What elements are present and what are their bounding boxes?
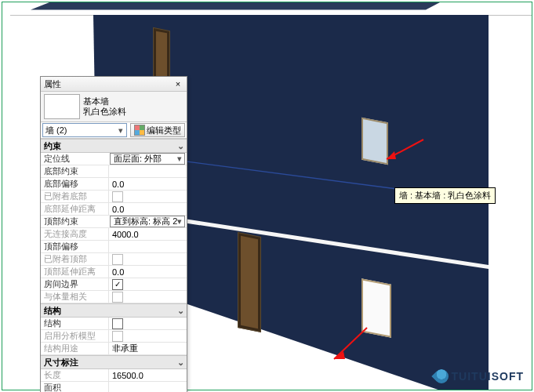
property-row[interactable]: 已附着顶部 bbox=[41, 253, 187, 266]
property-value[interactable]: 16500.0 bbox=[108, 369, 187, 381]
section-title: 结构 bbox=[44, 305, 61, 317]
door-lower[interactable] bbox=[238, 232, 261, 332]
chevron-down-icon: ▾ bbox=[177, 216, 184, 227]
property-label: 已附着底部 bbox=[41, 191, 108, 202]
property-value[interactable]: 面层面: 外部▾ bbox=[110, 153, 185, 165]
section-header-structural[interactable]: 结构⌄ bbox=[41, 303, 187, 318]
chevron-down-icon: ▾ bbox=[177, 154, 184, 164]
section-header-dimensions[interactable]: 尺寸标注⌄ bbox=[41, 355, 187, 369]
edit-type-icon bbox=[134, 125, 145, 136]
property-row[interactable]: 长度16500.0 bbox=[41, 369, 187, 382]
properties-palette[interactable]: 属性 × 基本墙 乳白色涂料 墙 (2) ▾ 编辑类型 bbox=[40, 76, 187, 392]
svg-marker-3 bbox=[334, 351, 345, 359]
property-value[interactable]: 0.0 bbox=[108, 266, 187, 278]
annotation-arrow-lower bbox=[320, 316, 383, 379]
section-title: 尺寸标注 bbox=[44, 357, 78, 368]
property-label: 结构用途 bbox=[41, 343, 108, 354]
property-value[interactable]: 非承重 bbox=[108, 343, 187, 354]
property-row[interactable]: 已附着底部 bbox=[41, 191, 187, 203]
checkbox bbox=[112, 191, 123, 202]
svg-line-2 bbox=[334, 328, 367, 359]
section-header-constraints[interactable]: 约束⌄ bbox=[41, 139, 187, 153]
checkbox bbox=[112, 254, 123, 265]
chevron-icon: ⌄ bbox=[174, 141, 187, 151]
chevron-icon: ⌄ bbox=[174, 358, 187, 368]
checkbox bbox=[112, 292, 123, 303]
property-label: 顶部偏移 bbox=[41, 241, 108, 252]
property-row[interactable]: 顶部延伸距离0.0 bbox=[41, 266, 187, 278]
property-label: 底部约束 bbox=[41, 165, 108, 177]
property-label: 顶部约束 bbox=[41, 216, 108, 227]
property-label: 与体量相关 bbox=[41, 291, 108, 303]
property-value[interactable]: 4000.0 bbox=[108, 228, 187, 240]
property-value[interactable] bbox=[108, 330, 187, 342]
property-value[interactable]: 直到标高: 标高 2▾ bbox=[110, 216, 185, 227]
section-body-structural: 结构启用分析模型结构用途非承重 bbox=[41, 318, 187, 355]
property-row[interactable]: 无连接高度4000.0 bbox=[41, 228, 187, 241]
palette-title: 属性 bbox=[44, 78, 61, 90]
property-value[interactable] bbox=[108, 291, 187, 303]
checkbox bbox=[112, 331, 123, 342]
property-value[interactable]: 0.0 bbox=[108, 203, 187, 215]
property-value[interactable] bbox=[108, 318, 187, 329]
instance-filter-select[interactable]: 墙 (2) ▾ bbox=[42, 123, 127, 137]
property-row[interactable]: 面积 bbox=[41, 382, 187, 392]
property-row[interactable]: 底部约束 bbox=[41, 165, 187, 178]
property-row[interactable]: 底部偏移0.0 bbox=[41, 178, 187, 191]
close-icon[interactable]: × bbox=[173, 79, 183, 89]
property-value[interactable]: 0.0 bbox=[108, 178, 187, 190]
type-preview-swatch bbox=[44, 94, 80, 119]
property-label: 无连接高度 bbox=[41, 228, 108, 240]
watermark-icon bbox=[431, 366, 451, 386]
property-label: 底部延伸距离 bbox=[41, 203, 108, 215]
annotation-arrow-upper bbox=[372, 120, 435, 183]
property-label: 底部偏移 bbox=[41, 178, 108, 190]
palette-titlebar[interactable]: 属性 × bbox=[41, 77, 187, 92]
property-row[interactable]: 结构用途非承重 bbox=[41, 343, 187, 355]
property-label: 结构 bbox=[41, 318, 108, 329]
section-title: 约束 bbox=[44, 140, 61, 152]
chevron-down-icon: ▾ bbox=[115, 125, 126, 136]
property-label: 长度 bbox=[41, 369, 108, 381]
property-row[interactable]: 与体量相关 bbox=[41, 291, 187, 303]
svg-marker-1 bbox=[387, 151, 396, 159]
checkbox[interactable] bbox=[112, 318, 123, 329]
type-type-name: 乳白色涂料 bbox=[83, 107, 126, 117]
property-label: 顶部延伸距离 bbox=[41, 266, 108, 278]
section-body-dimensions: 长度16500.0面积体积 bbox=[41, 369, 187, 392]
edit-type-label: 编辑类型 bbox=[147, 125, 181, 136]
property-row[interactable]: 结构 bbox=[41, 318, 187, 330]
hover-tooltip: 墙 : 基本墙 : 乳白色涂料 bbox=[394, 187, 496, 204]
watermark-text: TUITUISOFT bbox=[452, 370, 524, 383]
property-value[interactable] bbox=[108, 241, 187, 252]
property-label: 启用分析模型 bbox=[41, 330, 108, 342]
section-body-constraints: 定位线面层面: 外部▾底部约束底部偏移0.0已附着底部底部延伸距离0.0顶部约束… bbox=[41, 153, 187, 303]
property-row[interactable]: 顶部偏移 bbox=[41, 241, 187, 253]
type-selector[interactable]: 基本墙 乳白色涂料 bbox=[41, 92, 187, 122]
property-label: 定位线 bbox=[41, 153, 108, 165]
type-family-name: 基本墙 bbox=[83, 96, 126, 107]
checkbox[interactable] bbox=[112, 279, 123, 290]
property-value[interactable] bbox=[108, 165, 187, 177]
property-label: 面积 bbox=[41, 382, 108, 392]
watermark: TUITUISOFT bbox=[434, 369, 524, 383]
property-row[interactable]: 启用分析模型 bbox=[41, 330, 187, 343]
property-value[interactable] bbox=[108, 191, 187, 202]
property-row[interactable]: 房间边界 bbox=[41, 278, 187, 291]
property-value[interactable] bbox=[108, 382, 187, 392]
property-row[interactable]: 定位线面层面: 外部▾ bbox=[41, 153, 187, 165]
property-value[interactable] bbox=[108, 278, 187, 290]
property-label: 房间边界 bbox=[41, 278, 108, 290]
property-label: 已附着顶部 bbox=[41, 253, 108, 265]
property-row[interactable]: 底部延伸距离0.0 bbox=[41, 203, 187, 216]
property-value[interactable] bbox=[108, 253, 187, 265]
instance-filter-value: 墙 (2) bbox=[45, 125, 67, 136]
edit-type-button[interactable]: 编辑类型 bbox=[130, 123, 185, 137]
property-row[interactable]: 顶部约束直到标高: 标高 2▾ bbox=[41, 216, 187, 228]
chevron-icon: ⌄ bbox=[174, 306, 187, 316]
